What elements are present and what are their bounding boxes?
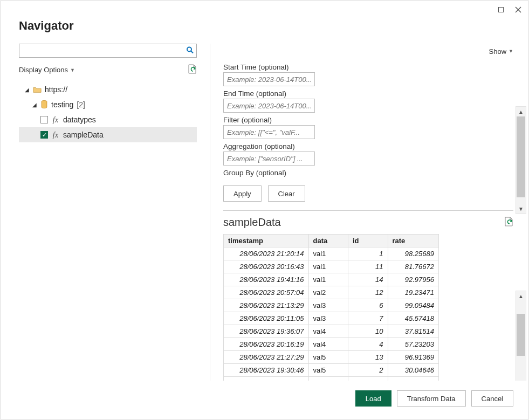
table-row[interactable]: 28/06/2023 21:13:29val3699.09484 — [224, 299, 439, 312]
scroll-thumb[interactable] — [517, 314, 525, 356]
cell-timestamp: 28/06/2023 20:16:43 — [224, 260, 309, 273]
svg-line-4 — [191, 51, 193, 53]
left-panel: Display Options ▼ ◢ — [19, 44, 210, 381]
table-row[interactable]: 28/06/2023 21:20:14val1198.25689 — [224, 247, 439, 260]
cell-rate: 57.23203 — [388, 338, 439, 351]
scroll-up-icon: ▲ — [516, 291, 526, 301]
cell-data: val4 — [308, 338, 348, 351]
aggregation-input[interactable] — [223, 152, 315, 166]
cell-data: val3 — [308, 312, 348, 325]
clear-button[interactable]: Clear — [268, 185, 305, 202]
filter-label: Filter (optional) — [223, 116, 513, 124]
tree-root-https[interactable]: ◢ https:// — [19, 82, 197, 97]
display-options-dropdown[interactable]: Display Options ▼ — [19, 66, 75, 74]
table-scrollbar[interactable]: ▲ ▼ — [516, 291, 526, 381]
collapse-icon: ◢ — [24, 87, 30, 93]
filter-input[interactable] — [223, 125, 315, 139]
cell-timestamp: 28/06/2023 19:36:07 — [224, 325, 309, 338]
cell-data: val4 — [308, 325, 348, 338]
refresh-page-icon — [188, 64, 197, 74]
filter-buttons-row: Apply Clear — [223, 185, 513, 202]
scroll-thumb[interactable] — [517, 116, 525, 197]
close-window-button[interactable] — [514, 6, 522, 13]
checkbox-unchecked-icon[interactable] — [40, 116, 48, 123]
display-options-label: Display Options — [19, 66, 68, 74]
start-time-input[interactable] — [223, 72, 315, 86]
cancel-button[interactable]: Cancel — [471, 390, 513, 407]
cell-rate: 96.91369 — [388, 351, 439, 364]
checkbox-checked-icon[interactable]: ✓ — [40, 131, 48, 139]
search-icon — [186, 46, 194, 54]
tree-database-testing[interactable]: ◢ testing [2] — [19, 97, 197, 112]
titlebar — [1, 1, 528, 16]
show-dropdown[interactable]: Show ▼ — [223, 44, 513, 59]
table-row[interactable]: 28/06/2023 20:11:05val3745.57418 — [224, 312, 439, 325]
table-header-row: timestamp data id rate — [224, 235, 439, 247]
end-time-group: End Time (optional) — [223, 89, 513, 113]
cell-rate: 81.76672 — [388, 260, 439, 273]
cell-id: 2 — [348, 364, 388, 377]
restore-icon — [498, 6, 504, 13]
preview-table-container: timestamp data id rate 28/06/2023 21:20:… — [223, 234, 513, 381]
table-row[interactable]: 28/06/2023 19:48:47val5320.01583 — [224, 377, 439, 381]
parameters-scrollbar[interactable]: ▲ ▼ — [516, 106, 526, 214]
cell-rate: 45.57418 — [388, 312, 439, 325]
cell-data: val1 — [308, 247, 348, 260]
end-time-input[interactable] — [223, 99, 315, 113]
cell-rate: 92.97956 — [388, 273, 439, 286]
table-row[interactable]: 28/06/2023 20:16:19val4457.23203 — [224, 338, 439, 351]
cell-data: val2 — [308, 286, 348, 299]
refresh-tree-button[interactable] — [188, 64, 197, 75]
separator — [223, 210, 513, 211]
tree-item-sampledata[interactable]: ✓ fx sampleData — [19, 127, 197, 142]
transform-data-button[interactable]: Transform Data — [397, 390, 466, 407]
table-row[interactable]: 28/06/2023 19:36:07val41037.81514 — [224, 325, 439, 338]
database-icon — [40, 100, 48, 109]
page-title: Navigator — [19, 19, 510, 33]
cell-id: 14 — [348, 273, 388, 286]
cell-timestamp: 28/06/2023 20:11:05 — [224, 312, 309, 325]
col-data[interactable]: data — [308, 235, 348, 247]
refresh-preview-button[interactable] — [505, 217, 513, 228]
tree-datatypes-label: datatypes — [63, 115, 96, 124]
table-row[interactable]: 28/06/2023 19:41:16val11492.97956 — [224, 273, 439, 286]
cell-id: 13 — [348, 351, 388, 364]
col-timestamp[interactable]: timestamp — [224, 235, 309, 247]
apply-button[interactable]: Apply — [223, 185, 262, 202]
aggregation-label: Aggregation (optional) — [223, 142, 513, 150]
search-button[interactable] — [186, 46, 194, 56]
col-rate[interactable]: rate — [388, 235, 439, 247]
folder-icon — [33, 86, 42, 93]
footer: Load Transform Data Cancel — [1, 381, 528, 419]
scroll-up-icon: ▲ — [516, 107, 526, 116]
cell-timestamp: 28/06/2023 21:20:14 — [224, 247, 309, 260]
table-row[interactable]: 28/06/2023 21:27:29val51396.91369 — [224, 351, 439, 364]
preview-title: sampleData — [223, 216, 281, 229]
scroll-down-icon: ▼ — [516, 204, 526, 214]
tree-item-datatypes[interactable]: fx datatypes — [19, 112, 197, 127]
col-id[interactable]: id — [348, 235, 388, 247]
search-input[interactable] — [19, 44, 197, 58]
navigation-tree: ◢ https:// ◢ testing [2] — [19, 82, 197, 142]
cell-timestamp: 28/06/2023 21:13:29 — [224, 299, 309, 312]
cell-rate: 37.81514 — [388, 325, 439, 338]
cell-data: val1 — [308, 260, 348, 273]
table-row[interactable]: 28/06/2023 20:57:04val21219.23471 — [224, 286, 439, 299]
chevron-down-icon: ▼ — [70, 67, 75, 73]
cell-rate: 30.04646 — [388, 364, 439, 377]
cell-data: val3 — [308, 299, 348, 312]
display-options-row: Display Options ▼ — [19, 62, 197, 78]
close-icon — [514, 6, 522, 13]
cell-id: 12 — [348, 286, 388, 299]
header: Navigator — [1, 16, 528, 44]
tree-db-count: [2] — [77, 100, 85, 109]
cell-id: 4 — [348, 338, 388, 351]
table-row[interactable]: 28/06/2023 20:16:43val11181.76672 — [224, 260, 439, 273]
cell-id: 1 — [348, 247, 388, 260]
load-button[interactable]: Load — [355, 390, 391, 407]
cell-timestamp: 28/06/2023 20:16:19 — [224, 338, 309, 351]
cell-rate: 19.23471 — [388, 286, 439, 299]
restore-window-button[interactable] — [497, 6, 505, 13]
filter-group: Filter (optional) — [223, 116, 513, 139]
table-row[interactable]: 28/06/2023 19:30:46val5230.04646 — [224, 364, 439, 377]
